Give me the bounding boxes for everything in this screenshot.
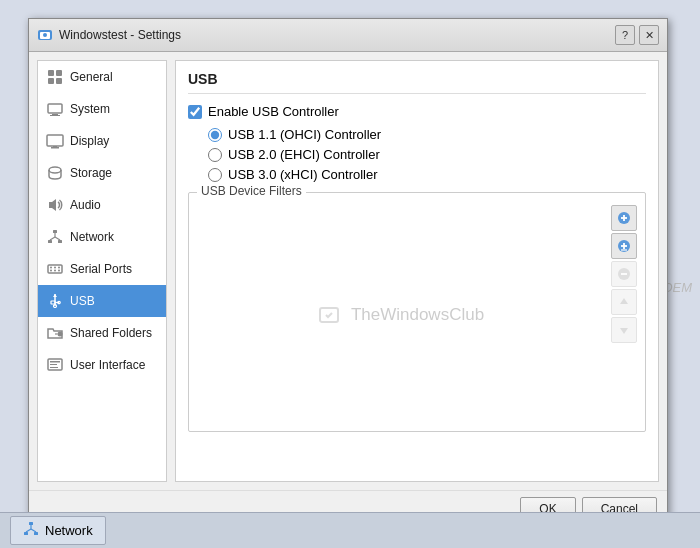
sidebar-label-general: General [70,70,113,84]
watermark-text: TheWindowsClub [351,305,484,324]
sidebar: General System [37,60,167,482]
add-filter-button[interactable] [611,205,637,231]
enable-usb-row: Enable USB Controller [188,104,646,119]
display-icon [46,132,64,150]
sidebar-item-network[interactable]: Network [38,221,166,253]
title-bar: Windowstest - Settings ? ✕ [29,19,667,52]
usb30-radio[interactable] [208,168,222,182]
usb11-row: USB 1.1 (OHCI) Controller [208,127,646,142]
svg-line-56 [26,529,31,532]
watermark: TheWindowsClub [318,304,484,326]
move-filter-down-button[interactable] [611,317,637,343]
content-area: USB Enable USB Controller USB 1.1 (OHCI)… [175,60,659,482]
svg-point-27 [58,270,60,272]
network-taskbar-icon [23,521,39,540]
network-icon [46,228,64,246]
usb20-radio[interactable] [208,148,222,162]
taskbar-network-item[interactable]: Network [10,516,106,545]
svg-rect-3 [48,70,54,76]
dialog-body: General System [29,52,667,490]
general-icon [46,68,64,86]
svg-rect-21 [48,265,62,273]
enable-usb-label[interactable]: Enable USB Controller [208,104,339,119]
usb11-label[interactable]: USB 1.1 (OHCI) Controller [228,127,381,142]
usb20-row: USB 2.0 (EHCI) Controller [208,147,646,162]
sidebar-item-general[interactable]: General [38,61,166,93]
sidebar-label-storage: Storage [70,166,112,180]
svg-rect-6 [56,78,62,84]
serial-ports-icon [46,260,64,278]
sidebar-item-shared-folders[interactable]: Shared Folders [38,317,166,349]
device-filters-container: TheWindowsClub [195,205,639,425]
svg-rect-16 [48,240,52,243]
svg-point-13 [49,167,61,173]
svg-point-22 [50,267,52,269]
side-action-buttons [611,205,639,425]
app-icon [37,27,53,43]
svg-rect-15 [53,230,57,233]
sidebar-item-system[interactable]: System [38,93,166,125]
svg-marker-29 [53,294,57,297]
svg-rect-4 [56,70,62,76]
sidebar-item-storage[interactable]: Storage [38,157,166,189]
usb20-label[interactable]: USB 2.0 (EHCI) Controller [228,147,380,162]
svg-marker-14 [49,199,56,211]
title-bar-buttons: ? ✕ [615,25,659,45]
svg-marker-51 [620,328,628,334]
sidebar-label-serial-ports: Serial Ports [70,262,132,276]
sidebar-label-network: Network [70,230,114,244]
sidebar-label-shared-folders: Shared Folders [70,326,152,340]
device-filters-label: USB Device Filters [197,184,306,198]
svg-marker-50 [620,298,628,304]
dialog-title: Windowstest - Settings [59,28,609,42]
device-filters-group: USB Device Filters TheWindowsClub [188,192,646,432]
sidebar-label-audio: Audio [70,198,101,212]
sidebar-item-serial-ports[interactable]: Serial Ports [38,253,166,285]
help-button[interactable]: ? [615,25,635,45]
usb30-label[interactable]: USB 3.0 (xHCI) Controller [228,167,378,182]
sidebar-item-audio[interactable]: Audio [38,189,166,221]
svg-rect-17 [58,240,62,243]
move-filter-up-button[interactable] [611,289,637,315]
svg-rect-11 [51,147,59,149]
svg-rect-7 [48,104,62,113]
svg-point-34 [58,332,63,337]
usb11-radio[interactable] [208,128,222,142]
sidebar-item-usb[interactable]: USB [38,285,166,317]
audio-icon [46,196,64,214]
svg-rect-53 [24,532,28,535]
taskbar: Network [0,512,700,548]
svg-line-20 [55,237,60,240]
content-panel: USB Enable USB Controller USB 1.1 (OHCI)… [175,60,659,482]
taskbar-network-label: Network [45,523,93,538]
remove-filter-button[interactable] [611,261,637,287]
settings-dialog: Windowstest - Settings ? ✕ General [28,18,668,530]
sidebar-item-user-interface[interactable]: User Interface [38,349,166,381]
svg-point-26 [54,270,56,272]
add-filter-from-device-button[interactable] [611,233,637,259]
enable-usb-checkbox[interactable] [188,105,202,119]
sidebar-label-display: Display [70,134,109,148]
sidebar-item-display[interactable]: Display [38,125,166,157]
svg-line-19 [50,237,55,240]
shared-folders-icon [46,324,64,342]
usb-radio-group: USB 1.1 (OHCI) Controller USB 2.0 (EHCI)… [208,127,646,182]
sidebar-label-system: System [70,102,110,116]
sidebar-label-user-interface: User Interface [70,358,145,372]
svg-rect-30 [51,301,55,304]
svg-point-25 [50,270,52,272]
sidebar-label-usb: USB [70,294,95,308]
usb-filter-list: TheWindowsClub [195,205,607,425]
usb-icon [46,292,64,310]
usb30-row: USB 3.0 (xHCI) Controller [208,167,646,182]
svg-point-24 [58,267,60,269]
svg-line-57 [31,529,36,532]
svg-rect-54 [34,532,38,535]
svg-rect-52 [29,522,33,525]
section-title: USB [188,71,646,94]
svg-point-23 [54,267,56,269]
close-button[interactable]: ✕ [639,25,659,45]
svg-rect-9 [50,115,60,116]
svg-rect-12 [53,146,57,147]
system-icon [46,100,64,118]
